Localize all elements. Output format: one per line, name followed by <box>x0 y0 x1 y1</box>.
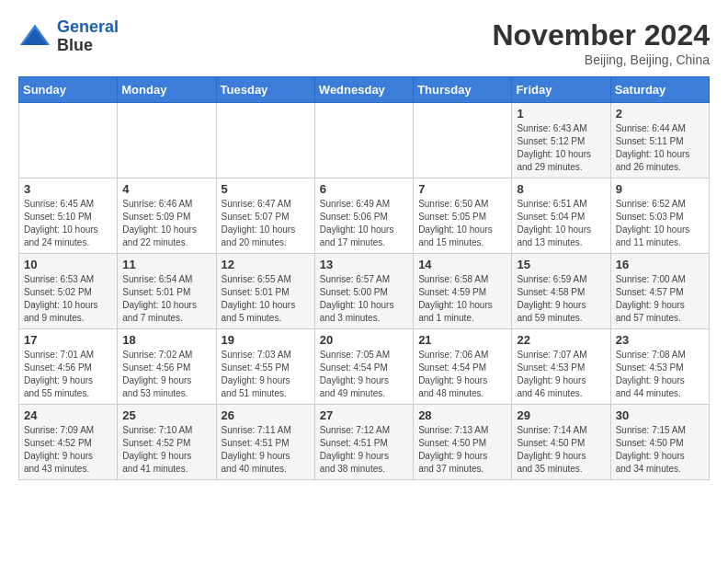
day-number: 1 <box>517 107 605 121</box>
day-number: 9 <box>616 182 704 196</box>
weekday-header-monday: Monday <box>118 77 216 103</box>
day-info: Sunrise: 7:06 AM Sunset: 4:54 PM Dayligh… <box>418 349 506 400</box>
day-info: Sunrise: 6:51 AM Sunset: 5:04 PM Dayligh… <box>517 198 605 249</box>
day-info: Sunrise: 6:46 AM Sunset: 5:09 PM Dayligh… <box>122 198 210 249</box>
day-number: 11 <box>122 258 210 271</box>
weekday-header-thursday: Thursday <box>414 77 512 103</box>
calendar-cell: 19Sunrise: 7:03 AM Sunset: 4:55 PM Dayli… <box>216 329 314 405</box>
calendar-cell: 8Sunrise: 6:51 AM Sunset: 5:04 PM Daylig… <box>512 178 610 254</box>
week-row-3: 10Sunrise: 6:53 AM Sunset: 5:02 PM Dayli… <box>19 254 710 329</box>
day-info: Sunrise: 6:53 AM Sunset: 5:02 PM Dayligh… <box>24 273 112 325</box>
calendar-cell: 16Sunrise: 7:00 AM Sunset: 4:57 PM Dayli… <box>610 254 709 329</box>
day-number: 13 <box>320 258 408 271</box>
calendar-cell: 24Sunrise: 7:09 AM Sunset: 4:52 PM Dayli… <box>19 405 118 480</box>
week-row-1: 1Sunrise: 6:43 AM Sunset: 5:12 PM Daylig… <box>19 103 710 178</box>
calendar-cell: 26Sunrise: 7:11 AM Sunset: 4:51 PM Dayli… <box>216 405 314 480</box>
calendar-cell: 27Sunrise: 7:12 AM Sunset: 4:51 PM Dayli… <box>314 405 413 480</box>
day-number: 15 <box>517 258 605 271</box>
day-info: Sunrise: 6:49 AM Sunset: 5:06 PM Dayligh… <box>320 198 408 249</box>
weekday-header-wednesday: Wednesday <box>314 77 413 103</box>
page-header: General Blue November 2024 Beijing, Beij… <box>18 18 710 67</box>
day-number: 23 <box>616 333 704 347</box>
day-info: Sunrise: 7:08 AM Sunset: 4:53 PM Dayligh… <box>616 349 704 400</box>
calendar-cell: 25Sunrise: 7:10 AM Sunset: 4:52 PM Dayli… <box>118 405 216 480</box>
day-info: Sunrise: 7:12 AM Sunset: 4:51 PM Dayligh… <box>320 424 408 476</box>
calendar-cell: 11Sunrise: 6:54 AM Sunset: 5:01 PM Dayli… <box>118 254 216 329</box>
day-info: Sunrise: 6:45 AM Sunset: 5:10 PM Dayligh… <box>24 198 112 249</box>
location-subtitle: Beijing, Beijing, China <box>492 52 710 67</box>
calendar-cell: 12Sunrise: 6:55 AM Sunset: 5:01 PM Dayli… <box>216 254 314 329</box>
day-info: Sunrise: 7:05 AM Sunset: 4:54 PM Dayligh… <box>320 349 408 400</box>
day-number: 4 <box>122 182 210 196</box>
weekday-header-friday: Friday <box>512 77 610 103</box>
calendar-cell: 7Sunrise: 6:50 AM Sunset: 5:05 PM Daylig… <box>414 178 512 254</box>
day-number: 3 <box>24 182 112 196</box>
week-row-2: 3Sunrise: 6:45 AM Sunset: 5:10 PM Daylig… <box>19 178 710 254</box>
calendar-table: SundayMondayTuesdayWednesdayThursdayFrid… <box>18 76 710 480</box>
day-info: Sunrise: 7:13 AM Sunset: 4:50 PM Dayligh… <box>418 424 506 476</box>
day-number: 20 <box>320 333 408 347</box>
day-info: Sunrise: 6:52 AM Sunset: 5:03 PM Dayligh… <box>616 198 704 249</box>
day-number: 12 <box>222 258 310 271</box>
weekday-header-sunday: Sunday <box>19 77 118 103</box>
day-number: 8 <box>517 182 605 196</box>
logo-text: General Blue <box>57 18 119 55</box>
day-info: Sunrise: 7:07 AM Sunset: 4:53 PM Dayligh… <box>517 349 605 400</box>
calendar-cell: 20Sunrise: 7:05 AM Sunset: 4:54 PM Dayli… <box>314 329 413 405</box>
day-info: Sunrise: 6:43 AM Sunset: 5:12 PM Dayligh… <box>517 122 605 174</box>
month-title: November 2024 <box>492 18 710 52</box>
day-info: Sunrise: 7:03 AM Sunset: 4:55 PM Dayligh… <box>222 349 310 400</box>
day-number: 7 <box>418 182 506 196</box>
day-info: Sunrise: 6:55 AM Sunset: 5:01 PM Dayligh… <box>222 273 310 325</box>
day-info: Sunrise: 7:15 AM Sunset: 4:50 PM Dayligh… <box>616 424 704 476</box>
calendar-cell <box>414 103 512 178</box>
day-number: 22 <box>517 333 605 347</box>
day-info: Sunrise: 7:09 AM Sunset: 4:52 PM Dayligh… <box>24 424 112 476</box>
day-info: Sunrise: 7:10 AM Sunset: 4:52 PM Dayligh… <box>122 424 210 476</box>
day-number: 2 <box>616 107 704 121</box>
calendar-cell: 4Sunrise: 6:46 AM Sunset: 5:09 PM Daylig… <box>118 178 216 254</box>
day-info: Sunrise: 6:54 AM Sunset: 5:01 PM Dayligh… <box>122 273 210 325</box>
weekday-header-tuesday: Tuesday <box>216 77 314 103</box>
logo: General Blue <box>18 18 119 55</box>
day-info: Sunrise: 6:59 AM Sunset: 4:58 PM Dayligh… <box>517 273 605 325</box>
day-info: Sunrise: 7:01 AM Sunset: 4:56 PM Dayligh… <box>24 349 112 400</box>
calendar-cell: 14Sunrise: 6:58 AM Sunset: 4:59 PM Dayli… <box>414 254 512 329</box>
day-info: Sunrise: 6:47 AM Sunset: 5:07 PM Dayligh… <box>222 198 310 249</box>
day-info: Sunrise: 7:00 AM Sunset: 4:57 PM Dayligh… <box>616 273 704 325</box>
day-number: 5 <box>222 182 310 196</box>
day-info: Sunrise: 7:11 AM Sunset: 4:51 PM Dayligh… <box>222 424 310 476</box>
day-info: Sunrise: 6:57 AM Sunset: 5:00 PM Dayligh… <box>320 273 408 325</box>
weekday-header-row: SundayMondayTuesdayWednesdayThursdayFrid… <box>19 77 710 103</box>
day-info: Sunrise: 6:44 AM Sunset: 5:11 PM Dayligh… <box>616 122 704 174</box>
calendar-cell: 28Sunrise: 7:13 AM Sunset: 4:50 PM Dayli… <box>414 405 512 480</box>
calendar-cell: 13Sunrise: 6:57 AM Sunset: 5:00 PM Dayli… <box>314 254 413 329</box>
day-number: 27 <box>320 408 408 422</box>
day-number: 18 <box>122 333 210 347</box>
calendar-cell: 22Sunrise: 7:07 AM Sunset: 4:53 PM Dayli… <box>512 329 610 405</box>
calendar-cell <box>118 103 216 178</box>
calendar-cell: 23Sunrise: 7:08 AM Sunset: 4:53 PM Dayli… <box>610 329 709 405</box>
day-number: 17 <box>24 333 112 347</box>
calendar-cell: 5Sunrise: 6:47 AM Sunset: 5:07 PM Daylig… <box>216 178 314 254</box>
calendar-cell: 30Sunrise: 7:15 AM Sunset: 4:50 PM Dayli… <box>610 405 709 480</box>
day-number: 16 <box>616 258 704 271</box>
calendar-cell <box>314 103 413 178</box>
day-number: 25 <box>122 408 210 422</box>
day-number: 19 <box>222 333 310 347</box>
day-number: 6 <box>320 182 408 196</box>
day-number: 29 <box>517 408 605 422</box>
calendar-cell <box>216 103 314 178</box>
day-info: Sunrise: 6:50 AM Sunset: 5:05 PM Dayligh… <box>418 198 506 249</box>
day-number: 10 <box>24 258 112 271</box>
calendar-cell: 2Sunrise: 6:44 AM Sunset: 5:11 PM Daylig… <box>610 103 709 178</box>
week-row-5: 24Sunrise: 7:09 AM Sunset: 4:52 PM Dayli… <box>19 405 710 480</box>
logo-icon <box>18 20 51 53</box>
calendar-cell: 18Sunrise: 7:02 AM Sunset: 4:56 PM Dayli… <box>118 329 216 405</box>
weekday-header-saturday: Saturday <box>610 77 709 103</box>
calendar-cell: 17Sunrise: 7:01 AM Sunset: 4:56 PM Dayli… <box>19 329 118 405</box>
day-info: Sunrise: 6:58 AM Sunset: 4:59 PM Dayligh… <box>418 273 506 325</box>
day-number: 26 <box>222 408 310 422</box>
day-info: Sunrise: 7:02 AM Sunset: 4:56 PM Dayligh… <box>122 349 210 400</box>
calendar-cell: 1Sunrise: 6:43 AM Sunset: 5:12 PM Daylig… <box>512 103 610 178</box>
